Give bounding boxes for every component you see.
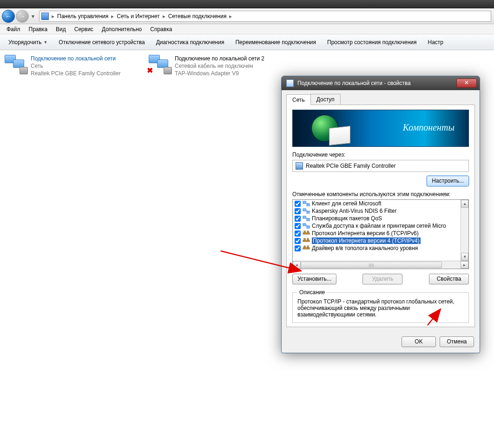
location-icon [41,13,49,20]
dialog-tabs: Сеть Доступ [286,94,475,105]
description-text: Протокол TCP/IP - стандартный протокол г… [297,298,464,318]
component-item[interactable]: Kaspersky Anti-Virus NDIS 6 Filter [293,207,468,215]
component-label: Протокол Интернета версии 6 (TCP/IPv6) [312,230,419,237]
svg-rect-9 [303,224,306,226]
component-checkbox[interactable] [295,238,301,244]
connection-adapter: TAP-Windows Adapter V9 [175,70,264,77]
breadcrumb-item[interactable]: Сетевые подключения [168,13,227,20]
svg-rect-7 [307,218,310,221]
component-label: Служба доступа к файлам и принтерам сете… [312,223,446,229]
components-banner: Компоненты [292,110,469,147]
component-label: Планировщик пакетов QoS [312,215,382,222]
navigation-bar: ← → ▾ ▸ Панель управления ▸ Сеть и Интер… [0,8,494,24]
svg-rect-17 [307,238,309,240]
component-item[interactable]: Служба доступа к файлам и принтерам сете… [293,222,468,230]
component-label: Клиент для сетей Microsoft [312,200,382,207]
remove-button[interactable]: Удалить [362,274,402,284]
protocol-icon [303,245,310,251]
tab-access[interactable]: Доступ [310,94,341,105]
menu-bar: Файл Правка Вид Сервис Дополнительно Спр… [0,24,494,34]
chevron-right-icon: ▸ [162,13,166,20]
component-item[interactable]: Планировщик пакетов QoS [293,215,468,222]
scroll-left-button[interactable]: ◂ [293,261,301,269]
scroll-right-button[interactable]: ▸ [461,261,468,269]
scroll-up-button[interactable]: ▴ [461,200,468,208]
dialog-title: Подключение по локальной сети - свойства [297,80,453,86]
connection-adapter: Realtek PCIe GBE Family Controller [31,70,120,77]
menu-help[interactable]: Справка [146,25,176,33]
diagnose-button[interactable]: Диагностика подключения [151,37,229,47]
menu-advanced[interactable]: Дополнительно [98,25,145,33]
component-checkbox[interactable] [295,216,301,222]
components-listbox[interactable]: Клиент для сетей MicrosoftKaspersky Anti… [292,199,469,269]
menu-file[interactable]: Файл [3,25,24,33]
organize-label: Упорядочить [8,39,41,46]
back-button[interactable]: ← [2,10,15,23]
dialog-titlebar[interactable]: Подключение по локальной сети - свойства… [282,76,480,90]
forward-button[interactable]: → [16,10,29,23]
connection-status: Сетевой кабель не подключен [175,62,264,70]
svg-rect-3 [303,209,306,211]
protocol-icon [303,230,310,237]
rename-button[interactable]: Переименование подключения [231,37,321,47]
component-label: Протокол Интернета версии 4 (TCP/IPv4) [312,237,421,244]
scroll-down-button[interactable]: ▾ [461,253,468,261]
view-status-button[interactable]: Просмотр состояния подключения [323,37,421,47]
component-item[interactable]: Протокол Интернета версии 4 (TCP/IPv4) [293,237,468,244]
svg-rect-4 [307,211,310,213]
svg-rect-10 [307,226,310,228]
horizontal-scrollbar[interactable]: ◂ ▸ [293,261,468,269]
install-button[interactable]: Установить... [292,274,336,284]
connection-item[interactable]: ✖ Подключение по локальной сети 2 Сетево… [147,53,286,79]
chevron-right-icon: ▸ [110,13,115,20]
component-checkbox[interactable] [295,231,301,237]
close-button[interactable]: ✕ [456,79,477,88]
breadcrumb-item[interactable]: Панель управления [57,13,108,20]
component-item[interactable]: Драйвер в/в тополога канального уровня [293,244,468,252]
component-checkbox[interactable] [295,201,301,207]
breadcrumb[interactable]: ▸ Панель управления ▸ Сеть и Интернет ▸ … [39,11,491,22]
svg-rect-1 [307,204,310,206]
banner-text: Компоненты [403,122,454,133]
organize-button[interactable]: Упорядочить ▼ [4,37,52,47]
connection-item[interactable]: Подключение по локальной сети Сеть Realt… [3,53,142,79]
component-item[interactable]: Протокол Интернета версии 6 (TCP/IPv6) [293,230,468,237]
protocol-icon [303,237,310,244]
component-checkbox[interactable] [295,208,301,214]
svg-rect-13 [304,231,305,233]
checklist-icon [329,126,350,146]
connection-text: Подключение по локальной сети 2 Сетевой … [175,55,264,78]
connection-status: Сеть [31,62,120,70]
settings-button[interactable]: Настр [423,37,448,47]
browser-titlebar [0,0,494,8]
scroll-thumb[interactable] [301,262,442,268]
component-item[interactable]: Клиент для сетей Microsoft [293,200,468,207]
cancel-button[interactable]: Отмена [440,336,474,347]
network-icon: ✖ [149,55,171,73]
menu-edit[interactable]: Правка [25,25,52,33]
menu-tools[interactable]: Сервис [71,25,97,33]
vertical-scrollbar[interactable]: ▴▾ [461,200,468,261]
connection-text: Подключение по локальной сети Сеть Realt… [31,55,120,78]
connect-via-label: Подключение через: [292,152,469,158]
tab-network[interactable]: Сеть [286,94,311,105]
description-group: Описание Протокол TCP/IP - стандартный п… [292,289,469,323]
ok-button[interactable]: OK [402,336,436,347]
properties-button[interactable]: Свойства [429,274,469,284]
chevron-down-icon: ▼ [43,40,47,45]
description-legend: Описание [297,289,327,296]
dialog-footer: OK Отмена [282,332,480,353]
component-label: Kaspersky Anti-Virus NDIS 6 Filter [312,208,397,214]
menu-view[interactable]: Вид [52,25,70,33]
component-checkbox[interactable] [295,245,301,251]
disable-device-button[interactable]: Отключение сетевого устройства [54,37,149,47]
error-icon: ✖ [147,68,153,74]
component-checkbox[interactable] [295,223,301,229]
adapter-name: Realtek PCIe GBE Family Controller [306,163,395,169]
configure-button[interactable]: Настроить... [427,176,469,186]
properties-dialog: Подключение по локальной сети - свойства… [281,76,480,353]
breadcrumb-item[interactable]: Сеть и Интернет [117,13,159,20]
svg-rect-20 [307,246,309,248]
dialog-icon [286,79,294,87]
history-dropdown[interactable]: ▾ [30,10,36,23]
